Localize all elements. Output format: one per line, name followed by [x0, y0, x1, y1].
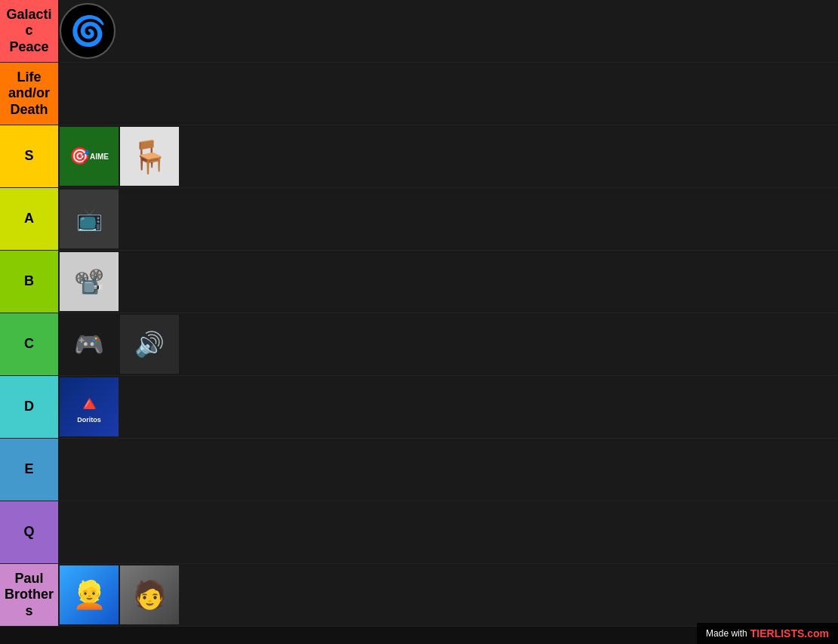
tier-item-paul2: 🧑	[120, 565, 179, 624]
tier-row-e: E	[0, 439, 838, 501]
tier-label-d: D	[0, 376, 58, 438]
tier-item-icon-chair: 🪑	[120, 127, 179, 186]
tier-item-icon-tv-stand: 📺	[60, 190, 119, 248]
tier-content-e	[58, 439, 838, 501]
footer-made-with: Made with	[706, 628, 747, 639]
tier-label-b: B	[0, 251, 58, 313]
tier-item-aim-trainer: 🎯AIME	[60, 127, 119, 186]
tier-row-b: B📽️	[0, 251, 838, 313]
tier-content-b: 📽️	[58, 251, 838, 313]
tier-item-icon-gamecube: 🎮	[60, 315, 119, 374]
tier-item-icon-galactic-logo: 🌀	[61, 5, 114, 57]
tier-row-d: D🔺Doritos	[0, 376, 838, 439]
tier-row-s: S🎯AIME🪑	[0, 125, 838, 188]
tier-content-paul-brothers: 👱🧑	[58, 564, 838, 626]
tier-item-icon-paul1: 👱	[60, 565, 119, 624]
tier-item-chair: 🪑	[120, 127, 179, 186]
tier-content-d: 🔺Doritos	[58, 376, 838, 438]
tier-label-a: A	[0, 188, 58, 250]
tier-item-projector: 📽️	[60, 252, 119, 311]
tier-label-paul-brothers: Paul Brothers	[0, 564, 58, 626]
tier-row-paul-brothers: Paul Brothers👱🧑	[0, 564, 838, 627]
tier-item-icon-doritos: 🔺Doritos	[60, 377, 119, 436]
tier-item-paul1: 👱	[60, 565, 119, 624]
footer: Made with TIERLISTS.com	[697, 623, 838, 644]
tier-label-galactic-peace: Galactic Peace	[0, 0, 58, 62]
tier-row-a: A📺	[0, 188, 838, 251]
tier-row-life-death: Life and/or Death	[0, 63, 838, 125]
tier-label-life-death: Life and/or Death	[0, 63, 58, 125]
tier-content-life-death	[58, 63, 838, 125]
tier-item-icon-speakers: 🔊	[120, 315, 179, 374]
tier-content-a: 📺	[58, 188, 838, 250]
tier-content-c: 🎮🔊	[58, 313, 838, 375]
tier-content-galactic-peace: 🌀	[58, 0, 838, 62]
tier-content-q	[58, 501, 838, 563]
tier-item-icon-paul2: 🧑	[120, 565, 179, 624]
tier-item-doritos: 🔺Doritos	[60, 377, 119, 436]
tier-item-speakers: 🔊	[120, 315, 179, 374]
tier-item-icon-projector: 📽️	[60, 252, 119, 311]
tier-row-galactic-peace: Galactic Peace🌀	[0, 0, 838, 63]
tier-row-q: Q	[0, 501, 838, 564]
tier-item-tv-stand: 📺	[60, 190, 119, 248]
tier-label-s: S	[0, 125, 58, 187]
tier-row-c: C🎮🔊	[0, 313, 838, 376]
tier-item-galactic-logo: 🌀	[60, 3, 116, 59]
tier-item-gamecube: 🎮	[60, 315, 119, 374]
footer-brand: TIERLISTS.com	[750, 627, 829, 639]
tier-item-icon-aim-trainer: 🎯AIME	[60, 127, 119, 186]
tier-label-c: C	[0, 313, 58, 375]
tier-label-q: Q	[0, 501, 58, 563]
tier-content-s: 🎯AIME🪑	[58, 125, 838, 187]
tier-label-e: E	[0, 439, 58, 501]
